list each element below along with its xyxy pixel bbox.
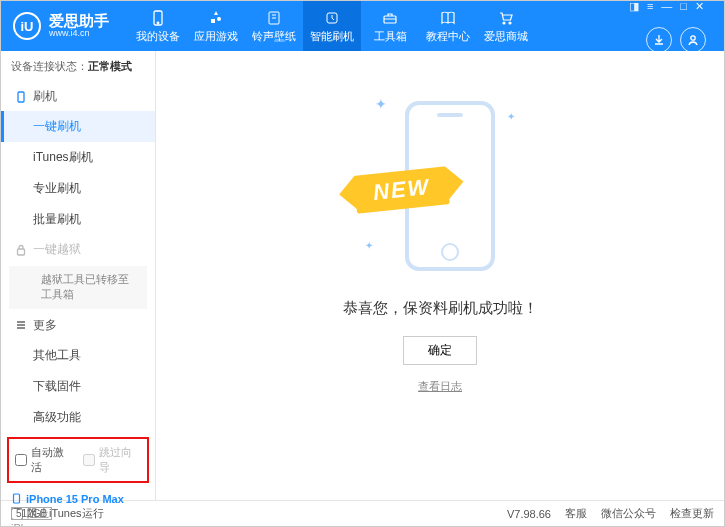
download-button[interactable] xyxy=(646,27,672,53)
sidebar-item-batch-flash[interactable]: 批量刷机 xyxy=(1,204,155,235)
logo: iU 爱思助手 www.i4.cn xyxy=(13,12,109,40)
user-button[interactable] xyxy=(680,27,706,53)
device-status: 设备连接状态：正常模式 xyxy=(1,51,155,82)
nav-ringtones[interactable]: 铃声壁纸 xyxy=(245,1,303,51)
device-type: iPhone xyxy=(11,522,145,527)
sidebar-item-oneclick-flash[interactable]: 一键刷机 xyxy=(1,111,155,142)
section-jailbreak: 一键越狱 xyxy=(1,235,155,264)
sparkle-icon: ✦ xyxy=(507,111,515,122)
cart-icon xyxy=(497,9,515,27)
app-url: www.i4.cn xyxy=(49,29,109,39)
nav-store[interactable]: 爱思商城 xyxy=(477,1,535,51)
main-content: ✦ ✦ ✦ NEW 恭喜您，保资料刷机成功啦！ 确定 查看日志 xyxy=(156,51,724,500)
svg-point-7 xyxy=(691,35,695,39)
sidebar-item-advanced[interactable]: 高级功能 xyxy=(1,402,155,433)
footer-support[interactable]: 客服 xyxy=(565,506,587,521)
section-flash[interactable]: 刷机 xyxy=(1,82,155,111)
checkbox-input xyxy=(83,454,95,466)
skin-icon[interactable]: ◨ xyxy=(629,0,639,13)
success-illustration: ✦ ✦ ✦ NEW xyxy=(365,91,515,281)
flash-icon xyxy=(323,9,341,27)
version-label: V7.98.66 xyxy=(507,508,551,520)
top-nav: 我的设备 应用游戏 铃声壁纸 智能刷机 工具箱 教程中心 爱思商城 xyxy=(129,1,535,51)
nav-tutorials[interactable]: 教程中心 xyxy=(419,1,477,51)
book-icon xyxy=(439,9,457,27)
footer-wechat[interactable]: 微信公众号 xyxy=(601,506,656,521)
app-name: 爱思助手 xyxy=(49,13,109,30)
sparkle-icon: ✦ xyxy=(375,96,387,112)
sparkle-icon: ✦ xyxy=(365,240,373,251)
sidebar: 设备连接状态：正常模式 刷机 一键刷机 iTunes刷机 专业刷机 批量刷机 一… xyxy=(1,51,156,500)
checkbox-input[interactable] xyxy=(15,454,27,466)
logo-icon: iU xyxy=(13,12,41,40)
device-name: iPhone 15 Pro Max xyxy=(26,493,124,505)
window-controls: ◨ ≡ — □ ✕ xyxy=(629,0,704,13)
checkbox-skip-guide[interactable]: 跳过向导 xyxy=(83,445,141,475)
nav-label: 铃声壁纸 xyxy=(252,29,296,44)
flash-section-icon xyxy=(15,91,27,103)
jailbreak-moved-note[interactable]: 越狱工具已转移至工具箱 xyxy=(9,266,147,309)
nav-label: 我的设备 xyxy=(136,29,180,44)
ok-button[interactable]: 确定 xyxy=(403,336,477,365)
svg-rect-10 xyxy=(14,494,20,503)
nav-label: 智能刷机 xyxy=(310,29,354,44)
svg-point-6 xyxy=(509,22,511,24)
nav-toolbox[interactable]: 工具箱 xyxy=(361,1,419,51)
view-log-link[interactable]: 查看日志 xyxy=(418,379,462,394)
sidebar-item-download-firmware[interactable]: 下载固件 xyxy=(1,371,155,402)
phone-icon xyxy=(149,9,167,27)
close-button[interactable]: ✕ xyxy=(695,0,704,13)
sidebar-item-other-tools[interactable]: 其他工具 xyxy=(1,340,155,371)
device-phone-icon xyxy=(11,493,22,504)
nav-my-device[interactable]: 我的设备 xyxy=(129,1,187,51)
minimize-button[interactable]: — xyxy=(661,0,672,13)
sidebar-item-itunes-flash[interactable]: iTunes刷机 xyxy=(1,142,155,173)
maximize-button[interactable]: □ xyxy=(680,0,687,13)
nav-apps[interactable]: 应用游戏 xyxy=(187,1,245,51)
device-info[interactable]: iPhone 15 Pro Max 512GB iPhone xyxy=(1,487,155,527)
svg-point-1 xyxy=(157,22,159,24)
checkbox-auto-activate[interactable]: 自动激活 xyxy=(15,445,73,475)
nav-flash[interactable]: 智能刷机 xyxy=(303,1,361,51)
footer-update[interactable]: 检查更新 xyxy=(670,506,714,521)
lock-icon xyxy=(15,244,27,256)
titlebar: iU 爱思助手 www.i4.cn 我的设备 应用游戏 铃声壁纸 智能刷机 工具… xyxy=(1,1,724,51)
music-icon xyxy=(265,9,283,27)
apps-icon xyxy=(207,9,225,27)
success-message: 恭喜您，保资料刷机成功啦！ xyxy=(343,299,538,318)
more-icon xyxy=(15,319,27,331)
section-more[interactable]: 更多 xyxy=(1,311,155,340)
nav-label: 教程中心 xyxy=(426,29,470,44)
svg-point-5 xyxy=(503,22,505,24)
svg-rect-8 xyxy=(18,92,24,102)
highlight-box: 自动激活 跳过向导 xyxy=(7,437,149,483)
nav-label: 应用游戏 xyxy=(194,29,238,44)
device-storage: 512GB xyxy=(11,507,52,520)
nav-label: 爱思商城 xyxy=(484,29,528,44)
svg-rect-9 xyxy=(18,249,25,255)
toolbox-icon xyxy=(381,9,399,27)
menu-icon[interactable]: ≡ xyxy=(647,0,653,13)
nav-label: 工具箱 xyxy=(374,29,407,44)
sidebar-item-pro-flash[interactable]: 专业刷机 xyxy=(1,173,155,204)
